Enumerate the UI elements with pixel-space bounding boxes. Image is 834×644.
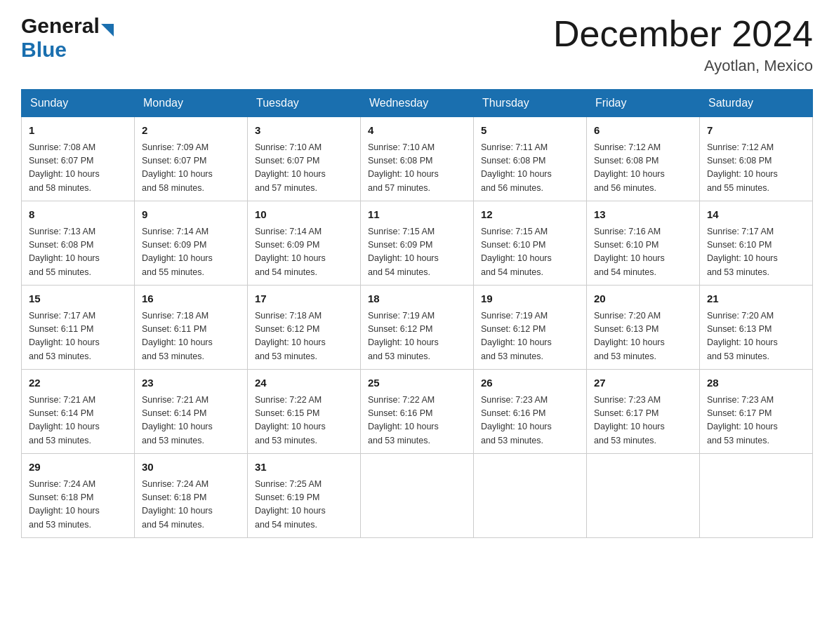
calendar-cell: 17Sunrise: 7:18 AMSunset: 6:12 PMDayligh…: [248, 286, 361, 370]
calendar-cell: 27Sunrise: 7:23 AMSunset: 6:17 PMDayligh…: [587, 370, 700, 454]
day-info: Sunrise: 7:08 AMSunset: 6:07 PMDaylight:…: [29, 141, 127, 196]
col-tuesday: Tuesday: [248, 90, 361, 117]
day-number: 30: [142, 459, 240, 476]
logo-blue: Blue: [21, 38, 67, 61]
calendar-cell: 7Sunrise: 7:12 AMSunset: 6:08 PMDaylight…: [700, 117, 813, 201]
day-number: 26: [481, 375, 579, 391]
calendar-cell: 16Sunrise: 7:18 AMSunset: 6:11 PMDayligh…: [135, 286, 248, 370]
calendar-cell: 21Sunrise: 7:20 AMSunset: 6:13 PMDayligh…: [700, 286, 813, 370]
col-monday: Monday: [135, 90, 248, 117]
day-info: Sunrise: 7:22 AMSunset: 6:15 PMDaylight:…: [255, 394, 353, 448]
day-info: Sunrise: 7:24 AMSunset: 6:18 PMDaylight:…: [142, 478, 240, 532]
day-number: 24: [255, 375, 353, 391]
calendar-cell: 3Sunrise: 7:10 AMSunset: 6:07 PMDaylight…: [248, 117, 361, 201]
day-info: Sunrise: 7:09 AMSunset: 6:07 PMDaylight:…: [142, 141, 240, 196]
calendar-cell: 14Sunrise: 7:17 AMSunset: 6:10 PMDayligh…: [700, 201, 813, 286]
calendar-cell: [361, 454, 474, 538]
col-wednesday: Wednesday: [361, 90, 474, 117]
day-number: 5: [481, 123, 579, 139]
day-info: Sunrise: 7:12 AMSunset: 6:08 PMDaylight:…: [594, 141, 692, 196]
logo: General Blue: [21, 14, 114, 62]
day-number: 2: [142, 123, 240, 139]
month-title: December 2024: [553, 14, 813, 54]
day-info: Sunrise: 7:18 AMSunset: 6:11 PMDaylight:…: [142, 309, 240, 364]
calendar-cell: 25Sunrise: 7:22 AMSunset: 6:16 PMDayligh…: [361, 370, 474, 454]
calendar-cell: 24Sunrise: 7:22 AMSunset: 6:15 PMDayligh…: [248, 370, 361, 454]
calendar-week-1: 1Sunrise: 7:08 AMSunset: 6:07 PMDaylight…: [22, 117, 813, 201]
day-number: 13: [594, 207, 692, 223]
day-info: Sunrise: 7:18 AMSunset: 6:12 PMDaylight:…: [255, 309, 353, 364]
col-thursday: Thursday: [474, 90, 587, 117]
calendar-cell: [587, 454, 700, 538]
day-number: 7: [707, 123, 805, 139]
calendar-cell: 4Sunrise: 7:10 AMSunset: 6:08 PMDaylight…: [361, 117, 474, 201]
calendar-week-2: 8Sunrise: 7:13 AMSunset: 6:08 PMDaylight…: [22, 201, 813, 286]
calendar-cell: [474, 454, 587, 538]
day-info: Sunrise: 7:19 AMSunset: 6:12 PMDaylight:…: [481, 309, 579, 364]
day-number: 15: [29, 291, 127, 307]
day-number: 9: [142, 207, 240, 223]
calendar-cell: 19Sunrise: 7:19 AMSunset: 6:12 PMDayligh…: [474, 286, 587, 370]
col-saturday: Saturday: [700, 90, 813, 117]
day-number: 11: [368, 207, 466, 223]
day-info: Sunrise: 7:15 AMSunset: 6:09 PMDaylight:…: [368, 225, 466, 280]
day-number: 21: [707, 291, 805, 307]
calendar-header-row: Sunday Monday Tuesday Wednesday Thursday…: [22, 90, 813, 117]
calendar-cell: 1Sunrise: 7:08 AMSunset: 6:07 PMDaylight…: [22, 117, 135, 201]
calendar-cell: 12Sunrise: 7:15 AMSunset: 6:10 PMDayligh…: [474, 201, 587, 286]
day-info: Sunrise: 7:16 AMSunset: 6:10 PMDaylight:…: [594, 225, 692, 280]
day-number: 4: [368, 123, 466, 139]
calendar-cell: 28Sunrise: 7:23 AMSunset: 6:17 PMDayligh…: [700, 370, 813, 454]
calendar-cell: [700, 454, 813, 538]
day-info: Sunrise: 7:14 AMSunset: 6:09 PMDaylight:…: [255, 225, 353, 280]
col-friday: Friday: [587, 90, 700, 117]
day-info: Sunrise: 7:10 AMSunset: 6:08 PMDaylight:…: [368, 141, 466, 196]
logo-general: General: [21, 14, 100, 38]
day-number: 29: [29, 459, 127, 476]
calendar-cell: 6Sunrise: 7:12 AMSunset: 6:08 PMDaylight…: [587, 117, 700, 201]
day-number: 22: [29, 375, 127, 391]
day-info: Sunrise: 7:23 AMSunset: 6:17 PMDaylight:…: [707, 394, 805, 448]
calendar-cell: 30Sunrise: 7:24 AMSunset: 6:18 PMDayligh…: [135, 454, 248, 538]
day-info: Sunrise: 7:12 AMSunset: 6:08 PMDaylight:…: [707, 141, 805, 196]
day-info: Sunrise: 7:21 AMSunset: 6:14 PMDaylight:…: [29, 394, 127, 448]
calendar-cell: 8Sunrise: 7:13 AMSunset: 6:08 PMDaylight…: [22, 201, 135, 286]
day-number: 20: [594, 291, 692, 307]
day-info: Sunrise: 7:13 AMSunset: 6:08 PMDaylight:…: [29, 225, 127, 280]
day-number: 23: [142, 375, 240, 391]
day-info: Sunrise: 7:20 AMSunset: 6:13 PMDaylight:…: [594, 309, 692, 364]
day-info: Sunrise: 7:23 AMSunset: 6:17 PMDaylight:…: [594, 394, 692, 448]
calendar-week-3: 15Sunrise: 7:17 AMSunset: 6:11 PMDayligh…: [22, 286, 813, 370]
calendar-cell: 31Sunrise: 7:25 AMSunset: 6:19 PMDayligh…: [248, 454, 361, 538]
day-number: 28: [707, 375, 805, 391]
logo-triangle-icon: [101, 24, 114, 36]
page-header: General Blue December 2024 Ayotlan, Mexi…: [21, 14, 813, 75]
day-number: 25: [368, 375, 466, 391]
day-number: 27: [594, 375, 692, 391]
calendar-cell: 10Sunrise: 7:14 AMSunset: 6:09 PMDayligh…: [248, 201, 361, 286]
calendar-cell: 5Sunrise: 7:11 AMSunset: 6:08 PMDaylight…: [474, 117, 587, 201]
calendar-cell: 26Sunrise: 7:23 AMSunset: 6:16 PMDayligh…: [474, 370, 587, 454]
day-info: Sunrise: 7:20 AMSunset: 6:13 PMDaylight:…: [707, 309, 805, 364]
calendar-table: Sunday Monday Tuesday Wednesday Thursday…: [21, 89, 813, 538]
day-info: Sunrise: 7:21 AMSunset: 6:14 PMDaylight:…: [142, 394, 240, 448]
calendar-week-5: 29Sunrise: 7:24 AMSunset: 6:18 PMDayligh…: [22, 454, 813, 538]
calendar-cell: 2Sunrise: 7:09 AMSunset: 6:07 PMDaylight…: [135, 117, 248, 201]
title-area: December 2024 Ayotlan, Mexico: [553, 14, 813, 75]
calendar-cell: 13Sunrise: 7:16 AMSunset: 6:10 PMDayligh…: [587, 201, 700, 286]
day-info: Sunrise: 7:25 AMSunset: 6:19 PMDaylight:…: [255, 478, 353, 532]
day-number: 1: [29, 123, 127, 139]
day-number: 8: [29, 207, 127, 223]
day-number: 16: [142, 291, 240, 307]
day-number: 17: [255, 291, 353, 307]
calendar-cell: 9Sunrise: 7:14 AMSunset: 6:09 PMDaylight…: [135, 201, 248, 286]
location: Ayotlan, Mexico: [553, 57, 813, 75]
day-info: Sunrise: 7:19 AMSunset: 6:12 PMDaylight:…: [368, 309, 466, 364]
calendar-cell: 29Sunrise: 7:24 AMSunset: 6:18 PMDayligh…: [22, 454, 135, 538]
day-info: Sunrise: 7:14 AMSunset: 6:09 PMDaylight:…: [142, 225, 240, 280]
day-info: Sunrise: 7:10 AMSunset: 6:07 PMDaylight:…: [255, 141, 353, 196]
day-number: 18: [368, 291, 466, 307]
calendar-cell: 20Sunrise: 7:20 AMSunset: 6:13 PMDayligh…: [587, 286, 700, 370]
svg-marker-0: [101, 24, 114, 36]
day-number: 10: [255, 207, 353, 223]
